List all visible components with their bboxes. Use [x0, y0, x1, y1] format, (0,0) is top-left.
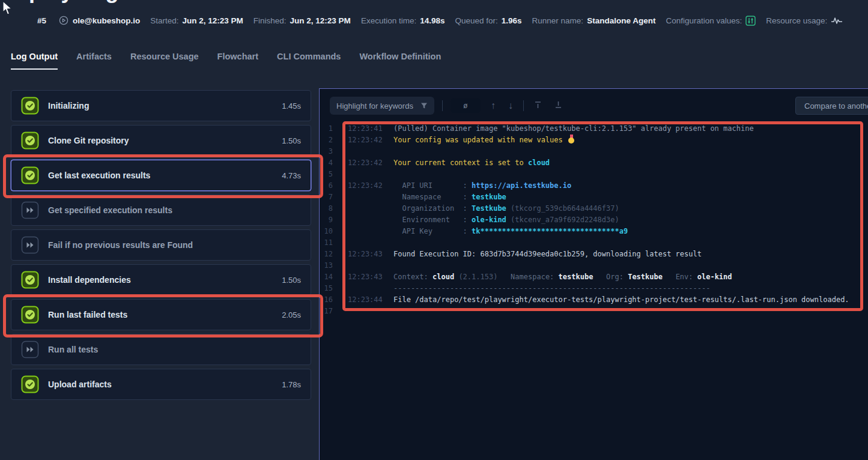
tab-artifacts[interactable]: Artifacts	[76, 52, 112, 70]
step-get-last-execution-results[interactable]: Get last execution results4.73s	[11, 160, 311, 191]
step-get-specified-execution-results[interactable]: Get specified execution results	[11, 195, 311, 226]
log-segment: File /data/repo/test/playwright/executor…	[393, 295, 849, 304]
log-segment: (tkcenv_a7a9f692d2248d3e)	[506, 216, 619, 224]
highlight-keywords-dropdown[interactable]: Highlight for keywords	[330, 97, 434, 115]
meta-field-runner-name: Runner name:Standalone Agent	[532, 16, 656, 25]
tab-resource-usage[interactable]: Resource Usage	[130, 52, 199, 70]
line-number: 14	[320, 271, 333, 283]
step-label: Run all tests	[48, 345, 98, 354]
timestamp	[348, 203, 383, 214]
meta-field-resource-usage: Resource usage:	[766, 16, 843, 25]
step-duration: 1.45s	[282, 101, 301, 110]
meta-label: Runner name:	[532, 16, 584, 25]
log-line-7: 7 Namespace : testkube	[320, 192, 868, 203]
log-segment: ole-kind	[472, 216, 506, 224]
log-segment: Testkube	[628, 273, 663, 281]
search-match-counter[interactable]: ø	[451, 98, 481, 113]
log-segment: Your current context is set to	[393, 159, 528, 167]
step-clone-git-repository[interactable]: Clone Git repository1.50s	[11, 125, 311, 156]
line-text: API URI : https://api.testkube.io	[393, 180, 571, 192]
tab-bar: Log OutputArtifactsResource UsageFlowcha…	[11, 52, 441, 70]
line-number: 12	[320, 249, 333, 260]
sliders-icon	[745, 16, 756, 26]
step-duration: 1.50s	[282, 276, 301, 285]
log-line-15: 15--------------------------------------…	[320, 283, 868, 294]
tab-cli-commands[interactable]: CLI Commands	[277, 52, 341, 70]
step-fail-if-no-previous-results-are-found[interactable]: Fail if no previous results are Found	[11, 229, 311, 261]
log-segment: (Pulled) Container image "kubeshop/testk…	[393, 124, 754, 133]
line-number: 7	[320, 192, 333, 203]
step-upload-artifacts[interactable]: Upload artifacts1.78s	[11, 369, 311, 400]
step-label: Get specified execution results	[48, 205, 172, 215]
log-line-16: 1612:23:44File /data/repo/test/playwrigh…	[320, 294, 868, 306]
tab-log-output[interactable]: Log Output	[11, 52, 58, 70]
meta-field-queued-for: Queued for:1.96s	[455, 16, 521, 25]
step-install-dependencies[interactable]: Install dependencies1.50s	[11, 264, 311, 295]
log-segment: Env:	[663, 273, 697, 281]
meta-field-execution-time: Execution time:14.98s	[361, 16, 445, 25]
timestamp: 12:23:41	[348, 123, 383, 135]
log-segment: https://api.testkube.io	[472, 181, 571, 190]
log-segment: Namespace :	[393, 193, 472, 201]
skipped-icon	[21, 201, 39, 219]
step-initializing[interactable]: Initializing1.45s	[11, 90, 311, 121]
log-line-3: 3	[320, 146, 868, 157]
tab-workflow-definition[interactable]: Workflow Definition	[359, 52, 441, 70]
passed-check-icon	[21, 306, 39, 324]
step-duration: 1.50s	[282, 136, 301, 145]
step-run-all-tests[interactable]: Run all tests	[11, 334, 311, 365]
steps-sidebar: Initializing1.45sClone Git repository1.5…	[11, 90, 311, 404]
log-segment: ----------------------------------------…	[393, 284, 710, 292]
tab-flowchart[interactable]: Flowchart	[217, 52, 258, 70]
scroll-to-top-button[interactable]	[532, 100, 544, 112]
line-number: 9	[320, 214, 333, 226]
meta-label: Started:	[150, 16, 178, 25]
meta-field-configuration-values: Configuration values:	[666, 16, 756, 26]
next-match-button[interactable]: ↓	[506, 100, 515, 112]
step-duration: 4.73s	[282, 171, 301, 180]
meta-label: Resource usage:	[766, 16, 827, 25]
timestamp: 12:23:42	[348, 180, 383, 192]
log-panel: Highlight for keywords ø ↑ ↓ Compare to …	[319, 88, 868, 460]
meta-label: Configuration values:	[666, 16, 742, 25]
log-line-9: 9 Environment : ole-kind (tkcenv_a7a9f69…	[320, 214, 868, 226]
timestamp	[348, 260, 383, 271]
compare-to-another-execution-button[interactable]: Compare to another execution	[795, 97, 868, 115]
log-line-1: 112:23:41(Pulled) Container image "kubes…	[320, 123, 868, 135]
passed-check-icon	[21, 271, 39, 289]
line-text: API Key : tk****************************…	[393, 226, 628, 237]
line-number: 11	[320, 237, 333, 249]
line-number: 3	[320, 146, 333, 157]
run-by-icon	[59, 16, 68, 25]
meta-label: Finished:	[253, 16, 287, 25]
log-line-14: 1412:23:43Context: cloud (2.1.153) Names…	[320, 271, 868, 283]
timestamp: 12:23:42	[348, 135, 383, 146]
triggered-by: ole@kubeshop.io	[59, 16, 140, 25]
log-segment: (tkcorg_539cb664a4446f37)	[506, 204, 619, 213]
passed-check-icon	[21, 166, 39, 184]
line-text: (Pulled) Container image "kubeshop/testk…	[393, 123, 754, 135]
scroll-to-bottom-button[interactable]	[552, 100, 565, 112]
meta-value: 1.96s	[502, 16, 522, 25]
page-title: playwright	[29, 0, 140, 4]
log-toolbar: Highlight for keywords ø ↑ ↓ Compare to …	[320, 89, 868, 123]
step-label: Upload artifacts	[48, 380, 112, 389]
log-line-5: 5	[320, 169, 868, 180]
mouse-cursor	[1, 1, 14, 16]
pulse-icon	[831, 16, 843, 25]
passed-check-icon	[21, 132, 39, 150]
step-label: Clone Git repository	[48, 136, 129, 145]
timestamp	[348, 214, 383, 226]
meta-value: 14.98s	[420, 16, 445, 25]
line-text: Your current context is set to cloud	[393, 157, 550, 169]
previous-match-button[interactable]: ↑	[488, 100, 498, 112]
line-text: ----------------------------------------…	[393, 283, 710, 294]
line-number: 15	[320, 283, 333, 294]
log-segment: cloud	[432, 273, 454, 281]
line-text: Your config was updated with new values	[393, 135, 575, 146]
timestamp	[348, 146, 383, 157]
step-run-last-failed-tests[interactable]: Run last failed tests2.05s	[11, 299, 311, 330]
log-segment: testkube	[472, 193, 506, 201]
log-segment: Testkube	[472, 204, 506, 213]
log-segment: Namespace:	[497, 273, 558, 281]
